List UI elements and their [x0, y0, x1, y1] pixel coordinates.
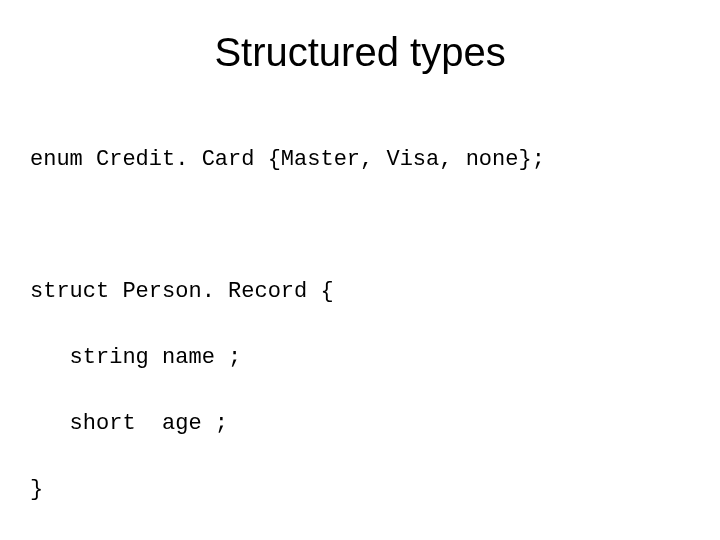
code-line: } — [30, 473, 700, 506]
slide-container: Structured types enum Credit. Card {Mast… — [0, 0, 720, 540]
code-line: short age ; — [30, 407, 700, 440]
slide-title: Structured types — [20, 30, 700, 75]
blank-line — [30, 209, 700, 242]
code-line: enum Credit. Card {Master, Visa, none}; — [30, 143, 700, 176]
code-line: string name ; — [30, 341, 700, 374]
code-line: struct Person. Record { — [30, 275, 700, 308]
code-block: enum Credit. Card {Master, Visa, none}; … — [30, 110, 700, 540]
